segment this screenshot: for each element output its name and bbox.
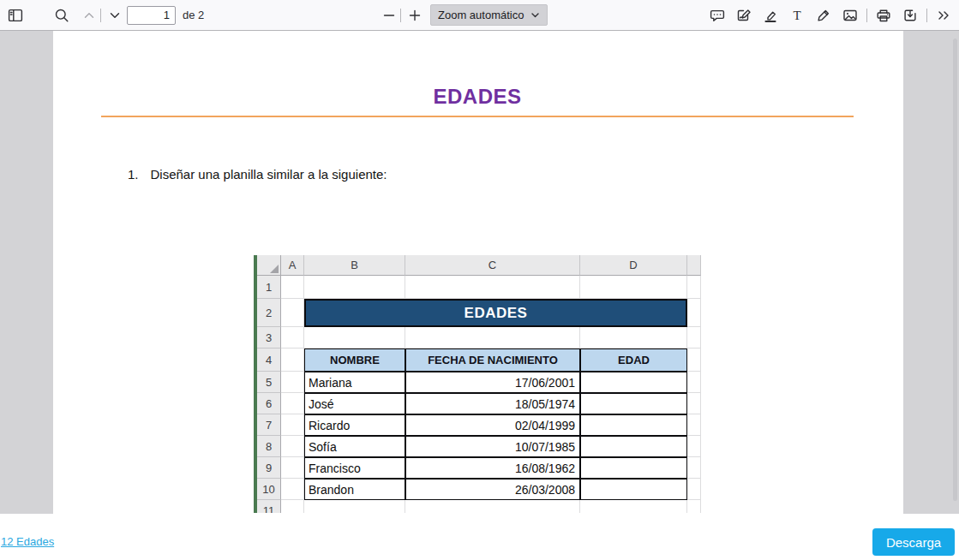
minus-icon bbox=[381, 7, 398, 24]
grid-cell bbox=[281, 349, 304, 372]
column-header-C: C bbox=[405, 255, 580, 276]
column-header-A: A bbox=[281, 255, 304, 276]
row-header-5: 5 bbox=[257, 372, 281, 393]
grid-cell bbox=[580, 500, 687, 513]
spreadsheet-grid: ABCD1234567891011EDADESNOMBREFECHA DE NA… bbox=[257, 255, 701, 513]
plus-icon bbox=[406, 7, 423, 24]
cell-fecha: 17/06/2001 bbox=[405, 372, 580, 393]
table-header: FECHA DE NACIMIENTO bbox=[405, 349, 580, 372]
text-tool-button[interactable]: T bbox=[787, 3, 807, 27]
highlighter-button[interactable] bbox=[760, 3, 781, 27]
toolbar-separator bbox=[400, 9, 401, 22]
instruction-text: Diseñar una planilla similar a la siguie… bbox=[151, 167, 387, 182]
cell-edad bbox=[580, 479, 687, 500]
grid-cell bbox=[281, 372, 304, 393]
select-all-triangle bbox=[270, 265, 279, 273]
instruction-line: 1.Diseñar una planilla similar a la sigu… bbox=[128, 167, 387, 182]
print-button[interactable] bbox=[873, 3, 894, 27]
cell-edad bbox=[580, 372, 687, 393]
search-button[interactable] bbox=[51, 5, 72, 26]
grid-cell bbox=[281, 276, 304, 299]
draw-button[interactable] bbox=[813, 3, 834, 27]
grid-cell bbox=[687, 479, 701, 500]
grid-cell bbox=[281, 457, 304, 479]
grid-cell bbox=[687, 393, 701, 414]
sidebar-toggle-button[interactable] bbox=[5, 5, 26, 26]
printer-icon bbox=[875, 7, 892, 24]
zoom-out-button[interactable] bbox=[379, 5, 399, 26]
cell-nombre: Mariana bbox=[304, 372, 405, 393]
next-page-button[interactable] bbox=[105, 5, 125, 26]
spreadsheet-image: ABCD1234567891011EDADESNOMBREFECHA DE NA… bbox=[254, 255, 701, 513]
grid-cell bbox=[687, 436, 701, 457]
cell-nombre: Francisco bbox=[304, 457, 405, 479]
page-number-input[interactable] bbox=[127, 6, 176, 25]
sidebar-toggle-icon bbox=[7, 7, 24, 24]
highlighter-icon bbox=[762, 7, 779, 24]
cell-edad bbox=[580, 414, 687, 436]
comment-icon bbox=[709, 7, 726, 24]
grid-cell bbox=[304, 276, 405, 299]
cell-fecha: 10/07/1985 bbox=[405, 436, 580, 457]
toolbar-right-group: T bbox=[707, 0, 954, 30]
previous-page-button[interactable] bbox=[79, 5, 99, 26]
download-file-button[interactable] bbox=[900, 3, 920, 27]
add-image-button[interactable] bbox=[840, 3, 860, 27]
row-header-1: 1 bbox=[257, 276, 281, 299]
pdf-toolbar: de 2 Zoom automático bbox=[0, 0, 959, 31]
chevron-down-icon bbox=[106, 7, 123, 24]
grid-cell bbox=[687, 457, 701, 479]
chevron-down-icon bbox=[530, 10, 540, 20]
zoom-in-button[interactable] bbox=[405, 5, 425, 26]
page-count-label: de 2 bbox=[183, 9, 204, 21]
grid-cell bbox=[281, 414, 304, 436]
svg-text:T: T bbox=[793, 9, 800, 22]
row-header-2: 2 bbox=[257, 299, 281, 327]
grid-cell bbox=[281, 500, 304, 513]
cell-edad bbox=[580, 436, 687, 457]
cell-fecha: 26/03/2008 bbox=[405, 479, 580, 500]
scrollbar-thumb[interactable] bbox=[953, 39, 957, 501]
zoom-select-label: Zoom automático bbox=[438, 9, 530, 21]
descarga-button[interactable]: Descarga bbox=[872, 528, 955, 556]
grid-cell bbox=[580, 327, 687, 349]
grid-cell bbox=[687, 372, 701, 393]
grid-cell bbox=[687, 349, 701, 372]
row-header-8: 8 bbox=[257, 436, 281, 457]
search-icon bbox=[53, 7, 70, 24]
grid-cell bbox=[281, 393, 304, 414]
grid-cell bbox=[687, 276, 701, 299]
pdf-page: EDADES 1.Diseñar una planilla similar a … bbox=[53, 31, 903, 514]
grid-cell bbox=[281, 436, 304, 457]
grid-cell bbox=[687, 299, 701, 327]
toolbar-separator bbox=[100, 9, 101, 22]
row-header-10: 10 bbox=[257, 479, 281, 500]
grid-cell bbox=[304, 500, 405, 513]
row-header-7: 7 bbox=[257, 414, 281, 436]
document-name-link[interactable]: 12 Edades bbox=[1, 535, 54, 548]
document-title: EDADES bbox=[101, 85, 854, 109]
text-tool-icon: T bbox=[788, 7, 806, 24]
toolbar-separator bbox=[866, 9, 867, 22]
instruction-number: 1. bbox=[128, 167, 139, 182]
grid-cell bbox=[281, 327, 304, 349]
grid-cell bbox=[687, 327, 701, 349]
cell-nombre: Ricardo bbox=[304, 414, 405, 436]
comment-button[interactable] bbox=[707, 3, 728, 27]
grid-cell bbox=[405, 276, 580, 299]
grid-cell bbox=[405, 500, 580, 513]
row-header-9: 9 bbox=[257, 457, 281, 479]
signature-button[interactable] bbox=[734, 3, 754, 27]
zoom-select-dropdown[interactable]: Zoom automático bbox=[430, 4, 548, 26]
column-header-sliver bbox=[687, 255, 701, 276]
cell-nombre: Sofía bbox=[304, 436, 405, 457]
viewer-content-area: EDADES 1.Diseñar una planilla similar a … bbox=[0, 31, 959, 514]
cell-fecha: 02/04/1999 bbox=[405, 414, 580, 436]
cell-fecha: 18/05/1974 bbox=[405, 393, 580, 414]
grid-cell bbox=[281, 479, 304, 500]
cell-edad bbox=[580, 393, 687, 414]
grid-cell bbox=[405, 327, 580, 349]
row-header-4: 4 bbox=[257, 349, 281, 372]
more-tools-button[interactable] bbox=[933, 3, 954, 27]
download-icon bbox=[902, 7, 919, 24]
